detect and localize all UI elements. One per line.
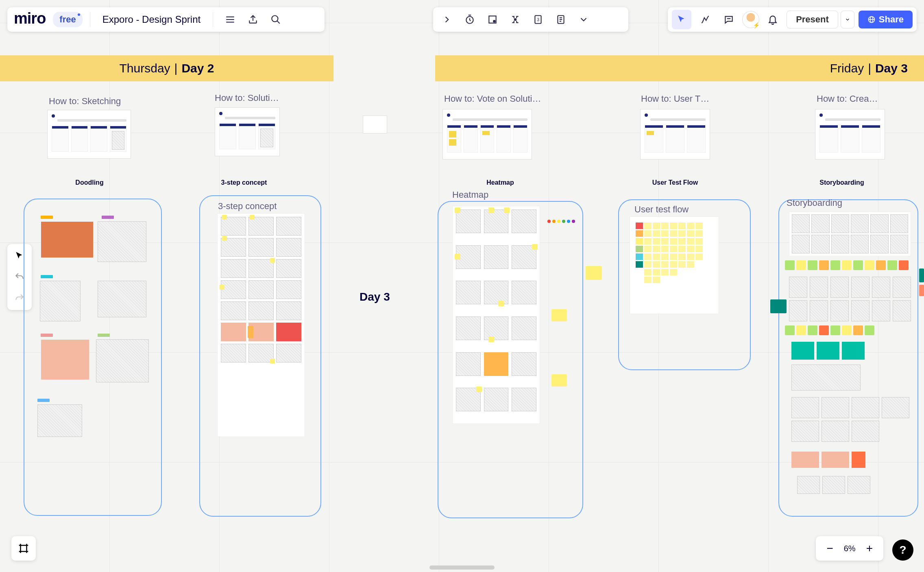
content-card-small[interactable]	[363, 116, 387, 133]
separator	[213, 12, 213, 27]
sticky-note[interactable]	[551, 309, 567, 321]
section-heatmap-title: Heatmap	[451, 179, 549, 186]
howto-create-label: How to: Crea…	[817, 94, 878, 104]
banner-day2-sep: |	[174, 61, 178, 75]
more-apps-icon[interactable]	[574, 10, 593, 29]
sticky-note[interactable]	[586, 266, 602, 280]
cursor-tool-icon[interactable]	[672, 10, 691, 29]
howto-vote-label: How to: Vote on Soluti…	[444, 94, 541, 104]
svg-point-8	[514, 19, 516, 20]
board-title[interactable]: Exporo - Design Sprint	[98, 14, 205, 25]
howto-solutions-label: How to: Soluti…	[215, 93, 279, 103]
present-dropdown[interactable]	[841, 11, 854, 28]
threestep-board[interactable]	[217, 213, 305, 437]
plan-pill[interactable]: free	[53, 12, 82, 27]
sketch-photo[interactable]	[98, 281, 146, 317]
howto-card-vote[interactable]	[442, 109, 532, 159]
howto-card-solutions[interactable]	[215, 107, 280, 156]
toolbar-center: 3	[433, 7, 628, 32]
frame-title-heatmap: Heatmap	[452, 190, 488, 200]
section-storyboard-title: Storyboarding	[793, 179, 891, 186]
tag[interactable]	[41, 216, 53, 219]
sketch-photo[interactable]	[791, 365, 861, 391]
timer-icon[interactable]	[460, 10, 479, 29]
banner-day2[interactable]: Thursday | Day 2	[0, 55, 333, 81]
zoom-in-button[interactable]: +	[866, 542, 873, 555]
zoom-level[interactable]: 6%	[844, 544, 856, 553]
howto-sketching-label: How to: Sketching	[49, 96, 121, 107]
storyboard-bottom-row[interactable]	[797, 476, 870, 494]
zoom-bar: − 6% +	[816, 536, 883, 561]
storyboard-wireset-1[interactable]	[789, 212, 911, 256]
sticky-row[interactable]	[785, 260, 919, 270]
day3-label: Day 3	[360, 290, 390, 303]
howto-card-usertest[interactable]	[640, 109, 710, 159]
export-icon[interactable]	[243, 10, 263, 29]
horizontal-scrollbar[interactable]	[429, 565, 495, 570]
section-doodling-title: Doodling	[41, 179, 138, 186]
usertest-board[interactable]	[630, 216, 719, 314]
banner-day3-num: Day 3	[875, 61, 908, 75]
tag[interactable]	[41, 334, 53, 337]
sticky-note[interactable]	[919, 269, 924, 282]
storyboard-sketch-grid[interactable]	[791, 397, 909, 442]
howto-card-create[interactable]	[815, 109, 885, 159]
storyboard-teal-cards[interactable]	[791, 342, 865, 360]
help-button[interactable]: ?	[892, 539, 913, 561]
banner-day3-day: Friday	[830, 61, 864, 75]
menu-icon[interactable]	[220, 10, 240, 29]
toolbar-left: miro free Exporo - Design Sprint	[7, 7, 325, 32]
section-usertest-title: User Test Flow	[626, 179, 724, 186]
banner-day2-num: Day 2	[181, 61, 214, 75]
user-avatar[interactable]	[743, 11, 759, 28]
sketch-photo[interactable]	[40, 281, 81, 321]
toolbar-right: Present Share	[668, 7, 917, 32]
attention-icon[interactable]	[506, 10, 525, 29]
heatmap-legend[interactable]	[547, 220, 576, 223]
zoom-out-button[interactable]: −	[826, 542, 833, 555]
tag[interactable]	[41, 275, 53, 278]
sketch-photo[interactable]	[37, 404, 82, 437]
tag[interactable]	[37, 399, 50, 402]
separator	[90, 12, 90, 27]
notes-icon[interactable]	[551, 10, 571, 29]
svg-point-3	[272, 15, 278, 22]
svg-point-7	[493, 20, 495, 22]
comments-icon[interactable]	[719, 10, 739, 29]
share-button[interactable]: Share	[859, 11, 913, 28]
frame-title-threestep: 3-step concept	[218, 201, 277, 212]
app-logo[interactable]: miro	[11, 10, 50, 30]
howto-card-sketching[interactable]	[47, 110, 131, 159]
search-icon[interactable]	[266, 10, 285, 29]
howto-usertest-label: How to: User T…	[641, 94, 709, 104]
tag[interactable]	[102, 216, 114, 219]
section-threestep-title: 3-step concept	[195, 179, 293, 186]
sketch-photo[interactable]	[41, 221, 94, 258]
sketch-photo[interactable]	[41, 339, 89, 380]
banner-day3[interactable]: Friday | Day 3	[435, 55, 924, 81]
storyboard-wireset-2[interactable]	[789, 277, 911, 321]
frame-title-storyboard: Storyboarding	[787, 198, 842, 208]
notifications-icon[interactable]	[763, 10, 782, 29]
reactions-icon[interactable]	[695, 10, 715, 29]
banner-day2-day: Thursday	[120, 61, 170, 75]
frames-panel-icon[interactable]	[11, 536, 36, 561]
svg-line-4	[277, 21, 280, 24]
sticky-note[interactable]	[919, 285, 924, 296]
banner-day3-sep: |	[868, 61, 871, 75]
sticky-row[interactable]	[785, 325, 919, 335]
sketch-photo[interactable]	[96, 339, 149, 382]
frame-title-usertest: User test flow	[634, 204, 689, 215]
hide-frames-icon[interactable]	[483, 10, 502, 29]
heatmap-board[interactable]	[452, 206, 540, 424]
voting-icon[interactable]: 3	[528, 10, 548, 29]
sketch-photo[interactable]	[98, 221, 146, 262]
expand-icon[interactable]	[437, 10, 457, 29]
sticky-note[interactable]	[551, 374, 567, 386]
storyboard-peach-row[interactable]	[791, 452, 865, 468]
present-button[interactable]: Present	[787, 11, 838, 28]
svg-text:3: 3	[537, 17, 539, 22]
share-label: Share	[879, 14, 904, 25]
sticky-note[interactable]	[770, 299, 787, 313]
tag[interactable]	[98, 334, 110, 337]
